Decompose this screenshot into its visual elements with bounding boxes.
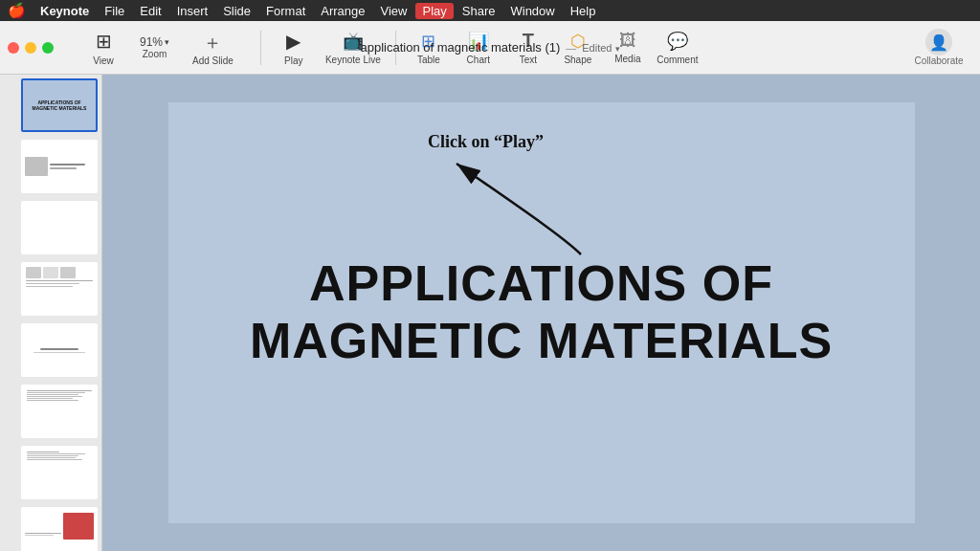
list-item[interactable]: 2 [4, 140, 98, 197]
play-label: Play [284, 55, 302, 66]
menu-window[interactable]: Window [503, 3, 561, 19]
menu-share[interactable]: Share [456, 3, 502, 19]
media-icon: 🖼 [619, 31, 636, 51]
slide-thumb-1[interactable]: APPLICATIONS OFMAGNETIC MATERIALS [21, 78, 98, 132]
slide-2-text-preview [50, 164, 94, 169]
doc-title: application of magnetic materials (1) [360, 40, 560, 55]
traffic-lights [8, 42, 54, 54]
fullscreen-button[interactable] [42, 42, 54, 54]
list-item[interactable]: 1 APPLICATIONS OFMAGNETIC MATERIALS [4, 78, 98, 136]
list-item[interactable]: 3 [4, 201, 98, 258]
list-item[interactable]: 4 [4, 262, 98, 320]
slide-thumb-2[interactable] [21, 140, 98, 193]
slide-3-preview [23, 203, 96, 253]
slide-1-preview-text: APPLICATIONS OFMAGNETIC MATERIALS [33, 99, 87, 111]
menu-arrange[interactable]: Arrange [314, 3, 371, 19]
slide-thumb-6[interactable] [21, 385, 98, 438]
menu-format[interactable]: Format [259, 3, 312, 19]
current-slide: APPLICATIONS OF MAGNETIC MATERIALS [168, 102, 915, 523]
slide-thumb-4[interactable] [21, 262, 98, 316]
list-item[interactable]: 5 [4, 323, 98, 381]
slide-thumb-3[interactable] [21, 201, 98, 254]
shape-label: Shape [564, 55, 591, 65]
zoom-label: Zoom [143, 49, 167, 59]
list-item[interactable]: 7 [4, 446, 98, 503]
menu-keynote[interactable]: Keynote [33, 3, 96, 19]
collaborate-button[interactable]: 👤 Collaborate [905, 29, 972, 66]
canvas-area[interactable]: APPLICATIONS OF MAGNETIC MATERIALS Click… [102, 75, 980, 551]
add-slide-button[interactable]: ＋ Add Slide [192, 30, 234, 66]
view-icon: ⊞ [96, 30, 112, 53]
menu-edit[interactable]: Edit [133, 3, 167, 19]
view-label: View [93, 55, 114, 66]
toolbar-separator-1 [260, 31, 261, 65]
table-label: Table [417, 55, 440, 65]
menu-file[interactable]: File [98, 3, 131, 19]
play-icon: ▶ [286, 30, 301, 53]
slide-6-preview [23, 386, 96, 436]
slide-4-preview [23, 264, 96, 314]
collaborate-icon: 👤 [925, 29, 952, 55]
edited-badge: Edited ▾ [582, 42, 619, 54]
plus-icon: ＋ [203, 30, 222, 55]
zoom-control[interactable]: 91%▾ Zoom [140, 35, 169, 59]
menu-play[interactable]: Play [415, 3, 453, 19]
slide-2-img-preview [25, 157, 48, 176]
apple-icon[interactable]: 🍎 [8, 2, 26, 19]
zoom-value: 91%▾ [140, 35, 169, 49]
minimize-button[interactable] [25, 42, 36, 54]
menu-help[interactable]: Help [564, 3, 603, 19]
document-title-area: application of magnetic materials (1) — … [360, 40, 619, 55]
menu-slide[interactable]: Slide [216, 3, 257, 19]
slide-8-preview [23, 509, 96, 551]
list-item[interactable]: 6 [4, 385, 98, 442]
toolbar-right: 👤 Collaborate [905, 29, 972, 66]
media-label: Media [614, 54, 640, 64]
keynote-live-label: Keynote Live [325, 55, 381, 65]
menubar: 🍎 Keynote File Edit Insert Slide Format … [0, 0, 980, 21]
slide-title: APPLICATIONS OF MAGNETIC MATERIALS [250, 255, 833, 370]
collaborate-label: Collaborate [914, 55, 963, 66]
toolbar-left: ⊞ View 91%▾ Zoom ＋ Add Slide [8, 24, 253, 72]
menu-insert[interactable]: Insert [170, 3, 215, 19]
menu-view[interactable]: View [374, 3, 414, 19]
list-item[interactable]: 8 [4, 507, 98, 551]
slide-thumb-8[interactable] [21, 507, 98, 551]
slide-thumb-7[interactable] [21, 446, 98, 499]
slide-thumb-5[interactable] [21, 323, 98, 377]
main-area: 1 APPLICATIONS OFMAGNETIC MATERIALS 2 [0, 75, 980, 551]
play-button[interactable]: ▶ Play [269, 24, 319, 72]
view-button[interactable]: ⊞ View [78, 24, 128, 72]
comment-icon: 💬 [667, 31, 688, 52]
slide-panel[interactable]: 1 APPLICATIONS OFMAGNETIC MATERIALS 2 [0, 75, 102, 551]
comment-label: Comment [657, 55, 698, 65]
chart-label: Chart [467, 55, 490, 65]
toolbar: ⊞ View 91%▾ Zoom ＋ Add Slide ▶ Play 📺 Ke… [0, 21, 980, 75]
text-label: Text [520, 55, 537, 65]
comment-button[interactable]: 💬 Comment [653, 24, 702, 72]
slide-5-preview [23, 325, 96, 375]
close-button[interactable] [8, 42, 19, 54]
add-slide-label: Add Slide [192, 55, 234, 66]
slide-7-preview [23, 448, 96, 497]
